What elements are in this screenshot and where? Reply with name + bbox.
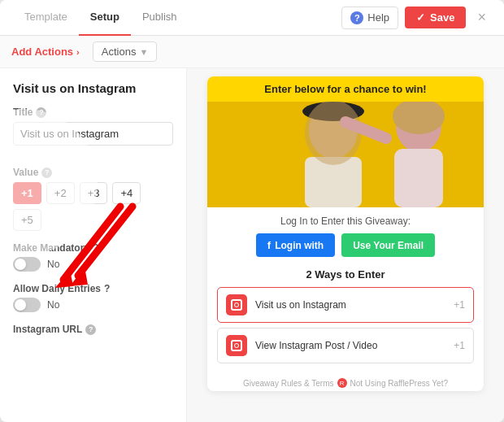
entry-points-2: +1 [454,340,465,351]
ways-section: 2 Ways to Enter Visit us on Instagram +1 [207,262,484,373]
url-info-icon: ? [85,324,96,335]
daily-info-icon: ? [104,283,110,294]
entry-item-video[interactable]: View Instagram Post / Video +1 [217,328,474,363]
value-label: Value ? [13,167,173,178]
instagram-url-section: Instagram URL ? [13,324,173,335]
sub-header: Add Actions › Actions ▼ [0,36,504,68]
modal-container: Template Setup Publish ? Help ✓ Save × A… [0,0,504,422]
make-mandatory-toggle[interactable] [13,257,41,272]
help-icon: ? [350,11,363,24]
login-facebook-button[interactable]: f Login with [256,233,335,257]
login-email-button[interactable]: Use Your Email [341,233,435,257]
tab-template[interactable]: Template [13,0,79,36]
left-panel: Visit us on Instagram Title ? Value ? +1… [0,68,187,422]
entry-label-2: View Instagram Post / Video [255,340,454,351]
promo-banner: Enter below for a chance to win! [207,76,484,102]
add-actions-button[interactable]: Add Actions › [11,46,80,58]
toggle-knob [15,259,26,270]
value-info-icon: ? [41,167,52,178]
value-options-row: +1 +2 +3 +4 +5 [13,182,173,231]
make-mandatory-section: Make Mandatory ? No [13,242,173,272]
allow-daily-toggle[interactable] [13,298,41,312]
save-check-icon: ✓ [416,11,425,24]
mandatory-info-icon: ? [93,242,98,254]
value-btn-5[interactable]: +5 [13,209,41,231]
allow-daily-section: Allow Daily Entries ? No [13,283,173,312]
insta-dot [234,302,239,307]
instagram-url-label: Instagram URL ? [13,324,173,335]
entry-item-instagram[interactable]: Visit us on Instagram +1 [217,287,474,323]
make-mandatory-value: No [47,259,59,270]
facebook-icon: f [267,239,271,251]
instagram-icon [231,299,242,311]
login-section: Log In to Enter this Giveaway: f Login w… [207,207,484,262]
make-mandatory-toggle-wrap: No [13,257,173,272]
chevron-down-icon: ▼ [139,47,148,57]
login-fb-label: Login with [275,240,324,251]
ways-title: 2 Ways to Enter [217,268,474,281]
header: Template Setup Publish ? Help ✓ Save × [0,0,504,36]
instagram-video-icon [231,340,242,351]
main-content: Visit us on Instagram Title ? Value ? +1… [0,68,504,422]
value-btn-2[interactable]: +2 [46,182,75,204]
title-input[interactable] [13,122,173,146]
instagram-video-entry-icon [226,335,247,356]
title-info-icon: ? [36,107,46,118]
chevron-right-icon: › [76,47,80,57]
value-section: Value ? +1 +2 +3 +4 +5 [13,167,173,231]
make-mandatory-label: Make Mandatory ? [13,242,173,254]
actions-dropdown[interactable]: Actions ▼ [93,41,158,62]
allow-daily-toggle-wrap: No [13,298,173,312]
allow-daily-label: Allow Daily Entries ? [13,283,173,294]
login-label: Log In to Enter this Giveaway: [219,215,472,227]
panel-title: Visit us on Instagram [13,81,173,95]
toggle-knob-daily [15,299,26,311]
close-button[interactable]: × [472,6,491,29]
value-btn-4[interactable]: +4 [112,182,141,204]
right-panel: Enter below for a chance to win! [187,68,504,422]
entry-label-1: Visit us on Instagram [255,299,454,311]
tab-publish[interactable]: Publish [131,0,189,36]
svg-rect-6 [394,149,443,207]
footer: Giveaway Rules & Terms R Not Using Raffl… [207,373,484,391]
instagram-entry-icon [226,294,247,315]
title-label: Title ? [13,107,173,118]
allow-daily-value: No [47,299,59,311]
svg-point-12 [305,102,362,165]
title-section: Title ? [13,107,173,155]
save-button[interactable]: ✓ Save [405,7,466,28]
insta-dot-2 [234,343,239,348]
footer-icon: R [337,378,347,388]
preview-image [207,102,484,207]
tab-setup[interactable]: Setup [79,0,131,36]
entry-points-1: +1 [454,299,465,311]
preview-card: Enter below for a chance to win! [207,76,484,391]
value-btn-1[interactable]: +1 [13,182,41,204]
value-btn-3[interactable]: +3 [80,182,108,204]
help-button[interactable]: ? Help [341,7,398,29]
login-buttons: f Login with Use Your Email [219,233,472,257]
